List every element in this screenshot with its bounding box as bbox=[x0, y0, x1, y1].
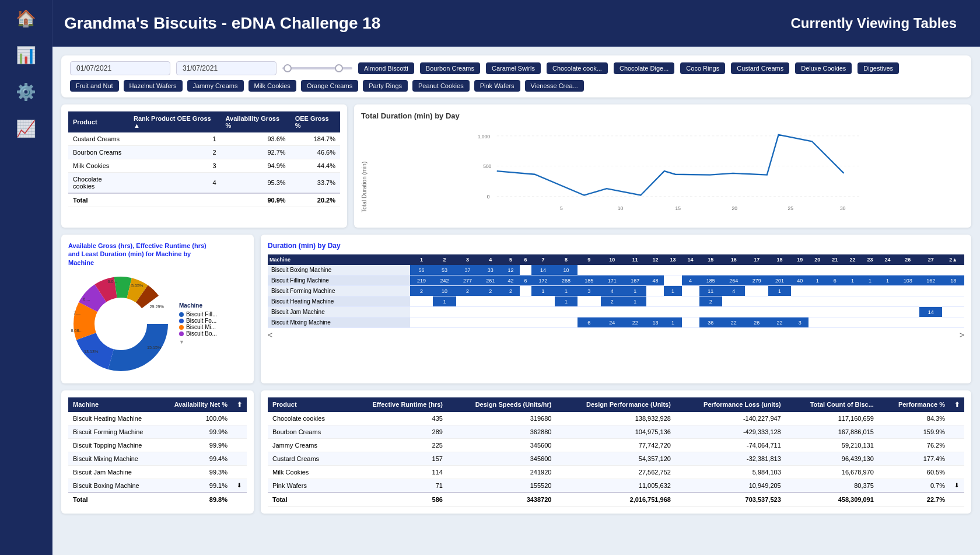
chip-orange-creams[interactable]: Orange Creams bbox=[301, 80, 358, 92]
donut-svg: 29.29% 15.15% 13.13% 8.08... 7.... 6....… bbox=[68, 271, 173, 376]
header-title: Grandma's Biscuits - eDNA Challenge 18 bbox=[64, 14, 380, 33]
chip-chocolate-cook[interactable]: Chocolate cook... bbox=[547, 62, 608, 74]
perf-runtime: 71 bbox=[346, 479, 447, 493]
cell: 2 bbox=[502, 286, 520, 296]
cell: 4 bbox=[682, 275, 699, 286]
perf-product: Chocolate cookies bbox=[268, 412, 346, 425]
chip-caramel-swirls[interactable]: Caramel Swirls bbox=[486, 62, 541, 74]
perf-scroll-down[interactable]: ⬇ bbox=[950, 479, 964, 493]
machine-name: Biscuit Boxing Machine bbox=[68, 479, 160, 493]
cell: 219 bbox=[410, 275, 433, 286]
cell bbox=[878, 307, 896, 317]
chip-party-rings[interactable]: Party Rings bbox=[363, 80, 408, 92]
chip-almond-biscotti[interactable]: Almond Biscotti bbox=[358, 62, 414, 74]
chip-fruit-nut[interactable]: Fruit and Nut bbox=[70, 80, 119, 92]
header: Grandma's Biscuits - eDNA Challenge 18 C… bbox=[0, 0, 980, 47]
day-4: 4 bbox=[479, 254, 502, 265]
machine-scroll-down[interactable]: ⬇ bbox=[232, 479, 247, 493]
cell bbox=[232, 493, 247, 502]
legend-dot bbox=[179, 325, 184, 330]
perf-col-scroll[interactable]: ⬆ bbox=[950, 397, 964, 412]
day-18: 18 bbox=[768, 254, 791, 265]
sidebar-chart-icon[interactable]: 📊 bbox=[16, 46, 36, 65]
perf-total-pct: 22.7% bbox=[878, 493, 950, 507]
oee-total-label: Total bbox=[68, 193, 129, 207]
perf-design-perf: 138,932,928 bbox=[556, 412, 675, 425]
machine-name: Biscuit Jam Machine bbox=[68, 465, 160, 479]
cell: 6 bbox=[520, 275, 532, 286]
date-start-input[interactable] bbox=[70, 61, 170, 75]
duration-table-title: Duration (min) by Day bbox=[268, 242, 964, 250]
cell bbox=[942, 265, 964, 275]
oee-total-gross: 20.2% bbox=[290, 193, 340, 207]
sidebar-gear-icon[interactable]: ⚙️ bbox=[16, 82, 36, 102]
perf-col-loss: Performance Loss (units) bbox=[676, 397, 786, 412]
perf-count: 80,375 bbox=[786, 479, 878, 493]
chip-coco-rings[interactable]: Coco Rings bbox=[680, 62, 725, 74]
cell bbox=[942, 317, 964, 328]
cell: 2 bbox=[699, 296, 722, 307]
cell bbox=[808, 307, 826, 317]
cell: 2 bbox=[410, 286, 433, 296]
chip-pink-wafers[interactable]: Pink Wafers bbox=[474, 80, 520, 92]
cell bbox=[646, 307, 664, 317]
cell: 2 bbox=[479, 286, 502, 296]
chip-vienesse[interactable]: Vienesse Crea... bbox=[525, 80, 584, 92]
scroll-right-icon[interactable]: > bbox=[960, 330, 964, 340]
date-slider[interactable] bbox=[282, 67, 352, 69]
machine-avail: 100.0% bbox=[160, 412, 232, 425]
oee-total-avail: 90.9% bbox=[221, 193, 290, 207]
perf-runtime: 225 bbox=[346, 438, 447, 452]
legend-expand-icon[interactable]: ▼ bbox=[179, 339, 217, 345]
chip-deluxe-cookies[interactable]: Deluxe Cookies bbox=[795, 62, 852, 74]
date-end-input[interactable] bbox=[176, 61, 276, 75]
perf-pct: 60.5% bbox=[878, 465, 950, 479]
line-chart-card: Total Duration (min) by Day Total Durati… bbox=[354, 104, 971, 228]
chip-custard-creams[interactable]: Custard Creams bbox=[731, 62, 789, 74]
sidebar-bar-icon[interactable]: 📈 bbox=[16, 119, 36, 138]
cell bbox=[520, 307, 532, 317]
chip-hazelnut-wafers[interactable]: Hazelnut Wafers bbox=[124, 80, 183, 92]
chip-digestives[interactable]: Digestives bbox=[858, 62, 899, 74]
cell bbox=[791, 296, 808, 307]
table-row: Milk Cookies 3 94.9% 44.4% bbox=[68, 159, 340, 173]
chip-jammy-creams[interactable]: Jammy Creams bbox=[187, 80, 244, 92]
machine-mixing: Biscuit Mixing Machine bbox=[268, 317, 410, 328]
svg-text:10: 10 bbox=[618, 205, 624, 211]
chip-bourbon-creams[interactable]: Bourbon Creams bbox=[420, 62, 480, 74]
legend-item: Biscuit Bo... bbox=[179, 330, 217, 337]
duration-table-scroll[interactable]: Machine 1 2 3 4 5 6 7 8 9 10 11 bbox=[268, 254, 964, 328]
perf-count: 167,886,015 bbox=[786, 425, 878, 438]
sidebar-home-icon[interactable]: 🏠 bbox=[16, 9, 36, 28]
oee-avail: 92.7% bbox=[221, 146, 290, 159]
chip-milk-cookies[interactable]: Milk Cookies bbox=[249, 80, 296, 92]
perf-runtime: 114 bbox=[346, 465, 447, 479]
machine-avail: 99.4% bbox=[160, 452, 232, 465]
cell: 261 bbox=[479, 275, 502, 286]
scroll-left-icon[interactable]: < bbox=[268, 330, 272, 340]
cell bbox=[919, 286, 942, 296]
perf-total-loss: 703,537,523 bbox=[676, 493, 786, 507]
machine-col-scroll[interactable]: ⬆ bbox=[232, 397, 247, 412]
chip-chocolate-dige[interactable]: Chocolate Dige... bbox=[614, 62, 674, 74]
svg-text:0: 0 bbox=[487, 194, 490, 200]
chip-peanut-cookies[interactable]: Peanut Cookies bbox=[412, 80, 470, 92]
legend-label: Biscuit Bo... bbox=[186, 330, 217, 337]
svg-text:15: 15 bbox=[676, 205, 681, 211]
machine-table-scroll[interactable]: Machine Availability Net % ⬆ Biscuit Hea… bbox=[68, 397, 247, 502]
cell: 1 bbox=[768, 286, 791, 296]
cell bbox=[664, 296, 681, 307]
performance-table-scroll[interactable]: Product Effective Runtime (hrs) Design S… bbox=[268, 397, 964, 507]
donut-legend: Machine Biscuit Fill... Biscuit Fo... Bi… bbox=[179, 302, 217, 345]
machine-forming: Biscuit Forming Machine bbox=[268, 286, 410, 296]
table-row: Chocolate cookies 4 95.3% 33.7% bbox=[68, 173, 340, 194]
cell bbox=[950, 452, 964, 465]
cell bbox=[722, 307, 745, 317]
table-row: Bourbon Creams 289 362880 104,975,136 -4… bbox=[268, 425, 964, 438]
perf-design-perf: 104,975,136 bbox=[556, 425, 675, 438]
cell bbox=[896, 265, 919, 275]
cell bbox=[861, 286, 878, 296]
line-chart-polyline bbox=[497, 135, 844, 196]
cell bbox=[520, 296, 532, 307]
svg-text:500: 500 bbox=[483, 163, 491, 169]
